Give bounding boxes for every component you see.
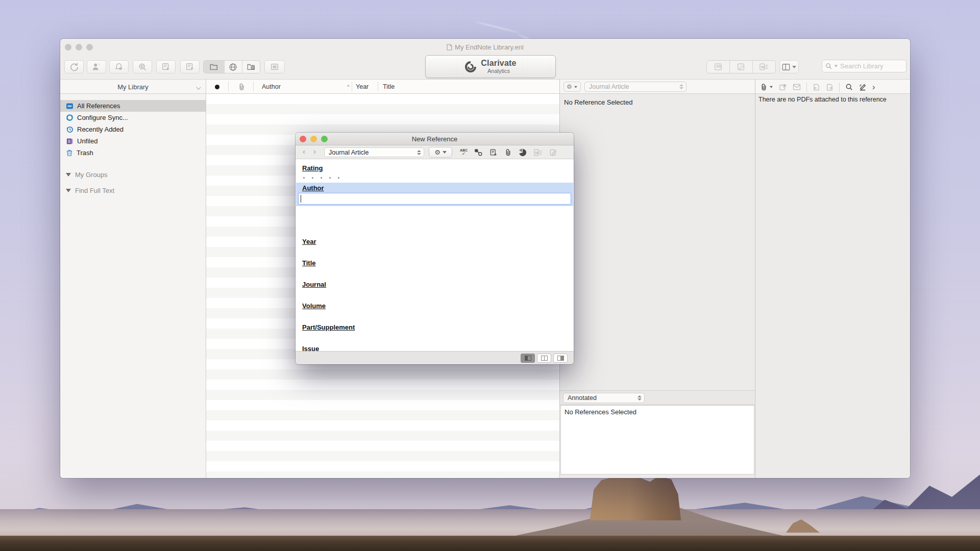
rating-dots[interactable] xyxy=(302,177,339,179)
save-pdf-button[interactable] xyxy=(813,83,820,91)
titlebar[interactable]: My EndNote Library.enl xyxy=(60,39,910,55)
sidebar-item-configure-sync[interactable]: Configure Sync... xyxy=(60,112,206,123)
read-status-column-header[interactable] xyxy=(215,85,219,89)
pdf-search-button[interactable] xyxy=(845,83,853,91)
chevron-down-icon xyxy=(574,86,577,88)
spell-check-button[interactable]: ABC✓ xyxy=(460,148,468,156)
sync-button[interactable] xyxy=(64,60,84,73)
layout-reference-view-button[interactable] xyxy=(521,354,535,363)
field-year[interactable]: Year xyxy=(302,237,316,246)
import-button[interactable] xyxy=(156,60,176,73)
open-pdf-button[interactable] xyxy=(779,83,787,91)
online-search-button[interactable] xyxy=(133,60,152,73)
sort-ascending-icon: ^ xyxy=(347,84,350,90)
attach-file-button[interactable] xyxy=(760,83,773,91)
preview-citation-panel: No References Selected xyxy=(560,405,754,474)
layout-pdf-view-button[interactable] xyxy=(553,354,568,363)
annotated-bar: Annotated xyxy=(560,390,755,405)
search-icon xyxy=(825,63,832,69)
field-rating[interactable]: Rating xyxy=(302,163,339,179)
author-column-header[interactable]: Author xyxy=(262,83,281,90)
local-library-mode-button[interactable] xyxy=(204,61,225,73)
copy-citation-button[interactable] xyxy=(707,61,730,73)
back-button[interactable]: ‹ xyxy=(300,148,308,157)
word-template-button[interactable]: W xyxy=(533,148,543,157)
column-separator xyxy=(253,82,254,91)
sidebar-item-all-references[interactable]: All References xyxy=(60,100,206,112)
share-library-button[interactable] xyxy=(87,60,106,73)
no-references-selected-text: No References Selected xyxy=(565,408,636,416)
reference-type-select[interactable]: Journal Article xyxy=(584,82,687,92)
word-cwyw-button[interactable]: W xyxy=(753,61,775,73)
svg-text:W: W xyxy=(761,65,765,69)
field-title[interactable]: Title xyxy=(302,258,316,267)
markup-pen-icon xyxy=(859,83,867,91)
import-into-reference-button[interactable] xyxy=(489,148,498,157)
unfiled-icon xyxy=(66,138,74,145)
sidebar-item-unfiled[interactable]: Unfiled xyxy=(60,135,206,147)
year-column-header[interactable]: Year xyxy=(356,83,369,90)
field-author-active[interactable]: Author xyxy=(296,183,573,206)
field-journal[interactable]: Journal xyxy=(302,280,326,289)
disclosure-triangle-icon[interactable] xyxy=(66,189,71,192)
pdf-pane-expand-chevron[interactable]: › xyxy=(872,83,875,92)
field-issue[interactable]: Issue xyxy=(302,344,319,351)
field-volume[interactable]: Volume xyxy=(302,301,326,310)
stepper-icon xyxy=(417,150,421,155)
pie-chart-icon xyxy=(519,148,527,157)
sidebar-item-recently-added[interactable]: Recently Added xyxy=(60,123,206,135)
magnifier-icon xyxy=(845,83,853,91)
layout-split-view-button[interactable] xyxy=(537,354,551,363)
attachment-column-header[interactable] xyxy=(238,83,246,91)
forward-button[interactable]: › xyxy=(310,148,319,157)
field-part-supplement[interactable]: Part/Supplement xyxy=(302,322,355,332)
stepper-icon xyxy=(679,84,683,89)
search-library-field[interactable] xyxy=(822,60,906,72)
edit-note-button[interactable] xyxy=(549,148,557,157)
reference-fields-form: Rating Author Year Title Journal Volume … xyxy=(296,159,574,351)
sidebar-group-find-full-text[interactable]: Find Full Text xyxy=(60,187,206,194)
brand-name: Clarivate xyxy=(481,59,516,67)
pdf-markup-button[interactable] xyxy=(859,83,867,91)
column-separator xyxy=(228,82,229,91)
email-pdf-button[interactable] xyxy=(793,84,801,90)
sidebar-group-my-groups[interactable]: My Groups xyxy=(60,171,206,179)
rock-tower xyxy=(586,477,683,520)
search-input[interactable] xyxy=(840,62,896,70)
disclosure-triangle-icon[interactable] xyxy=(66,173,71,177)
export-pdf-button[interactable] xyxy=(826,83,834,91)
gear-icon: ⚙ xyxy=(567,83,572,90)
online-search-mode-button[interactable] xyxy=(225,61,242,73)
clock-icon xyxy=(66,126,74,133)
notifications-button[interactable] xyxy=(109,60,129,73)
integrated-mode-button[interactable] xyxy=(242,61,260,73)
panel-layout-segmented-control xyxy=(521,354,568,363)
title-column-header[interactable]: Title xyxy=(383,83,395,90)
dialog-reference-type-select[interactable]: Journal Article xyxy=(324,147,424,157)
link-button[interactable] xyxy=(474,148,483,156)
reference-options-gear-button[interactable]: ⚙ xyxy=(564,82,581,92)
no-reference-selected-text: No Reference Selected xyxy=(564,98,632,106)
chevron-down-icon xyxy=(443,151,447,154)
sidebar-item-trash[interactable]: Trash xyxy=(60,147,206,159)
annotated-style-select[interactable]: Annotated xyxy=(563,393,645,403)
chevron-down-icon xyxy=(770,86,773,88)
attach-file-button[interactable] xyxy=(504,148,512,157)
dialog-titlebar[interactable]: New Reference xyxy=(296,133,574,145)
author-input[interactable] xyxy=(298,193,571,205)
library-header-dropdown[interactable]: My Library xyxy=(60,79,206,94)
layout-button[interactable] xyxy=(779,60,799,73)
stepper-icon xyxy=(638,395,642,400)
dialog-bottom-bar xyxy=(296,351,574,364)
ratings-chart-button[interactable] xyxy=(519,148,527,157)
hide-groups-button[interactable] xyxy=(264,60,285,73)
references-book-icon xyxy=(66,103,74,110)
paperclip-icon xyxy=(504,148,512,157)
pdf-viewer-pane: › There are no PDFs attached to this ref… xyxy=(755,79,910,478)
dialog-options-gear-button[interactable]: ⚙ xyxy=(429,147,452,158)
desktop-wallpaper xyxy=(0,474,980,551)
dialog-toolbar: ‹ › Journal Article ⚙ ABC✓ W xyxy=(296,145,574,159)
edit-citation-button[interactable] xyxy=(730,61,752,73)
new-reference-button[interactable] xyxy=(180,60,200,73)
reference-preview-pane: ⚙ Journal Article No Reference Selected … xyxy=(559,79,755,478)
